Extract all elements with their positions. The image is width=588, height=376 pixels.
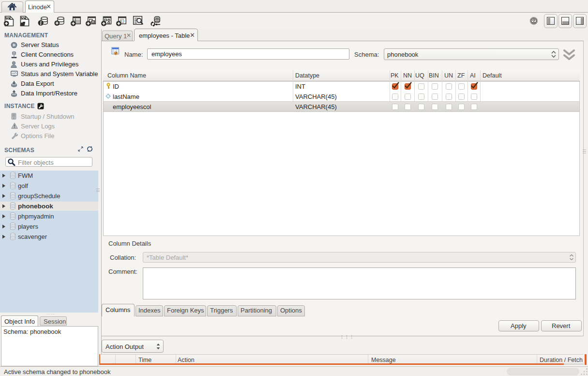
svg-text:(): () [121, 18, 124, 23]
